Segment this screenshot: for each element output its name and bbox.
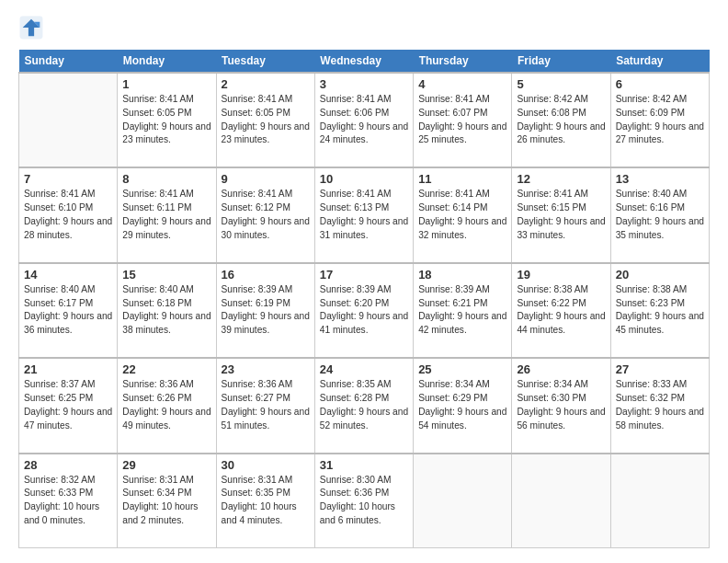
day-info: Sunrise: 8:38 AM Sunset: 6:22 PM Dayligh…	[517, 283, 605, 338]
day-number: 5	[517, 77, 605, 91]
calendar-cell: 28Sunrise: 8:32 AM Sunset: 6:33 PM Dayli…	[19, 454, 118, 548]
day-info: Sunrise: 8:36 AM Sunset: 6:26 PM Dayligh…	[122, 378, 210, 432]
day-info: Sunrise: 8:41 AM Sunset: 6:15 PM Dayligh…	[517, 188, 605, 242]
page: SundayMondayTuesdayWednesdayThursdayFrid…	[0, 0, 728, 563]
weekday-friday: Friday	[512, 50, 610, 73]
day-info: Sunrise: 8:34 AM Sunset: 6:29 PM Dayligh…	[418, 378, 506, 432]
calendar-cell: 19Sunrise: 8:38 AM Sunset: 6:22 PM Dayli…	[512, 263, 610, 358]
day-number: 4	[418, 77, 506, 91]
week-row-5: 28Sunrise: 8:32 AM Sunset: 6:33 PM Dayli…	[19, 454, 710, 548]
day-info: Sunrise: 8:41 AM Sunset: 6:12 PM Dayligh…	[222, 188, 310, 242]
day-number: 24	[320, 362, 408, 376]
day-info: Sunrise: 8:36 AM Sunset: 6:27 PM Dayligh…	[222, 378, 310, 432]
calendar-cell: 18Sunrise: 8:39 AM Sunset: 6:21 PM Dayli…	[414, 263, 512, 358]
calendar-cell: 7Sunrise: 8:41 AM Sunset: 6:10 PM Daylig…	[19, 167, 118, 262]
day-number: 6	[616, 77, 704, 91]
day-info: Sunrise: 8:41 AM Sunset: 6:14 PM Dayligh…	[418, 188, 506, 242]
day-info: Sunrise: 8:41 AM Sunset: 6:07 PM Dayligh…	[418, 93, 506, 147]
day-number: 15	[122, 268, 210, 282]
weekday-thursday: Thursday	[414, 50, 512, 73]
logo-icon	[18, 15, 44, 40]
weekday-saturday: Saturday	[610, 50, 709, 73]
day-info: Sunrise: 8:41 AM Sunset: 6:11 PM Dayligh…	[122, 188, 210, 242]
day-number: 26	[517, 362, 605, 376]
week-row-1: 1Sunrise: 8:41 AM Sunset: 6:05 PM Daylig…	[19, 73, 710, 167]
day-number: 19	[517, 268, 605, 282]
day-info: Sunrise: 8:38 AM Sunset: 6:23 PM Dayligh…	[616, 283, 704, 338]
day-number: 27	[616, 362, 704, 376]
calendar-cell: 1Sunrise: 8:41 AM Sunset: 6:05 PM Daylig…	[118, 73, 216, 167]
day-info: Sunrise: 8:39 AM Sunset: 6:19 PM Dayligh…	[222, 283, 310, 338]
day-number: 28	[24, 458, 112, 472]
day-info: Sunrise: 8:41 AM Sunset: 6:05 PM Dayligh…	[122, 93, 210, 147]
day-info: Sunrise: 8:31 AM Sunset: 6:34 PM Dayligh…	[122, 474, 210, 528]
day-info: Sunrise: 8:40 AM Sunset: 6:17 PM Dayligh…	[24, 283, 112, 338]
calendar-cell: 3Sunrise: 8:41 AM Sunset: 6:06 PM Daylig…	[314, 73, 413, 167]
weekday-monday: Monday	[118, 50, 216, 73]
day-number: 14	[24, 268, 112, 282]
weekday-wednesday: Wednesday	[314, 50, 413, 73]
calendar-cell: 15Sunrise: 8:40 AM Sunset: 6:18 PM Dayli…	[118, 263, 216, 358]
day-number: 1	[122, 77, 210, 91]
calendar-cell: 13Sunrise: 8:40 AM Sunset: 6:16 PM Dayli…	[610, 167, 709, 262]
week-row-4: 21Sunrise: 8:37 AM Sunset: 6:25 PM Dayli…	[19, 358, 710, 453]
day-number: 20	[616, 268, 704, 282]
day-number: 25	[418, 362, 506, 376]
calendar-table: SundayMondayTuesdayWednesdayThursdayFrid…	[18, 50, 710, 548]
header	[18, 15, 710, 40]
day-number: 2	[222, 77, 310, 91]
day-number: 18	[418, 268, 506, 282]
weekday-tuesday: Tuesday	[216, 50, 314, 73]
calendar-cell: 16Sunrise: 8:39 AM Sunset: 6:19 PM Dayli…	[216, 263, 314, 358]
calendar-cell: 26Sunrise: 8:34 AM Sunset: 6:30 PM Dayli…	[512, 358, 610, 453]
calendar-cell: 14Sunrise: 8:40 AM Sunset: 6:17 PM Dayli…	[19, 263, 118, 358]
day-number: 12	[517, 172, 605, 186]
weekday-sunday: Sunday	[19, 50, 118, 73]
day-info: Sunrise: 8:39 AM Sunset: 6:21 PM Dayligh…	[418, 283, 506, 338]
calendar-cell: 8Sunrise: 8:41 AM Sunset: 6:11 PM Daylig…	[118, 167, 216, 262]
day-info: Sunrise: 8:41 AM Sunset: 6:10 PM Dayligh…	[24, 188, 112, 242]
day-info: Sunrise: 8:41 AM Sunset: 6:06 PM Dayligh…	[320, 93, 408, 147]
calendar-cell: 27Sunrise: 8:33 AM Sunset: 6:32 PM Dayli…	[610, 358, 709, 453]
calendar-cell: 20Sunrise: 8:38 AM Sunset: 6:23 PM Dayli…	[610, 263, 709, 358]
calendar-cell: 9Sunrise: 8:41 AM Sunset: 6:12 PM Daylig…	[216, 167, 314, 262]
day-info: Sunrise: 8:37 AM Sunset: 6:25 PM Dayligh…	[24, 378, 112, 432]
calendar-cell: 24Sunrise: 8:35 AM Sunset: 6:28 PM Dayli…	[314, 358, 413, 453]
day-info: Sunrise: 8:33 AM Sunset: 6:32 PM Dayligh…	[616, 378, 704, 432]
calendar-cell: 6Sunrise: 8:42 AM Sunset: 6:09 PM Daylig…	[610, 73, 709, 167]
calendar-cell: 17Sunrise: 8:39 AM Sunset: 6:20 PM Dayli…	[314, 263, 413, 358]
calendar-cell: 4Sunrise: 8:41 AM Sunset: 6:07 PM Daylig…	[414, 73, 512, 167]
day-number: 7	[24, 172, 112, 186]
day-number: 29	[122, 458, 210, 472]
day-info: Sunrise: 8:40 AM Sunset: 6:18 PM Dayligh…	[122, 283, 210, 338]
calendar-cell	[512, 454, 610, 548]
calendar-cell	[610, 454, 709, 548]
calendar-cell: 5Sunrise: 8:42 AM Sunset: 6:08 PM Daylig…	[512, 73, 610, 167]
day-info: Sunrise: 8:32 AM Sunset: 6:33 PM Dayligh…	[24, 474, 112, 528]
calendar-cell: 2Sunrise: 8:41 AM Sunset: 6:05 PM Daylig…	[216, 73, 314, 167]
week-row-3: 14Sunrise: 8:40 AM Sunset: 6:17 PM Dayli…	[19, 263, 710, 358]
calendar-cell: 12Sunrise: 8:41 AM Sunset: 6:15 PM Dayli…	[512, 167, 610, 262]
day-info: Sunrise: 8:39 AM Sunset: 6:20 PM Dayligh…	[320, 283, 408, 338]
day-number: 21	[24, 362, 112, 376]
day-info: Sunrise: 8:30 AM Sunset: 6:36 PM Dayligh…	[320, 474, 408, 528]
week-row-2: 7Sunrise: 8:41 AM Sunset: 6:10 PM Daylig…	[19, 167, 710, 262]
calendar-cell: 21Sunrise: 8:37 AM Sunset: 6:25 PM Dayli…	[19, 358, 118, 453]
day-number: 9	[222, 172, 310, 186]
day-number: 13	[616, 172, 704, 186]
calendar-cell: 11Sunrise: 8:41 AM Sunset: 6:14 PM Dayli…	[414, 167, 512, 262]
day-number: 16	[222, 268, 310, 282]
day-info: Sunrise: 8:41 AM Sunset: 6:05 PM Dayligh…	[222, 93, 310, 147]
day-info: Sunrise: 8:42 AM Sunset: 6:08 PM Dayligh…	[517, 93, 605, 147]
calendar-cell: 23Sunrise: 8:36 AM Sunset: 6:27 PM Dayli…	[216, 358, 314, 453]
calendar-cell	[414, 454, 512, 548]
day-number: 23	[222, 362, 310, 376]
day-number: 17	[320, 268, 408, 282]
day-info: Sunrise: 8:41 AM Sunset: 6:13 PM Dayligh…	[320, 188, 408, 242]
day-info: Sunrise: 8:42 AM Sunset: 6:09 PM Dayligh…	[616, 93, 704, 147]
day-info: Sunrise: 8:35 AM Sunset: 6:28 PM Dayligh…	[320, 378, 408, 432]
weekday-header-row: SundayMondayTuesdayWednesdayThursdayFrid…	[19, 50, 710, 73]
day-number: 11	[418, 172, 506, 186]
day-number: 22	[122, 362, 210, 376]
calendar-cell	[19, 73, 118, 167]
